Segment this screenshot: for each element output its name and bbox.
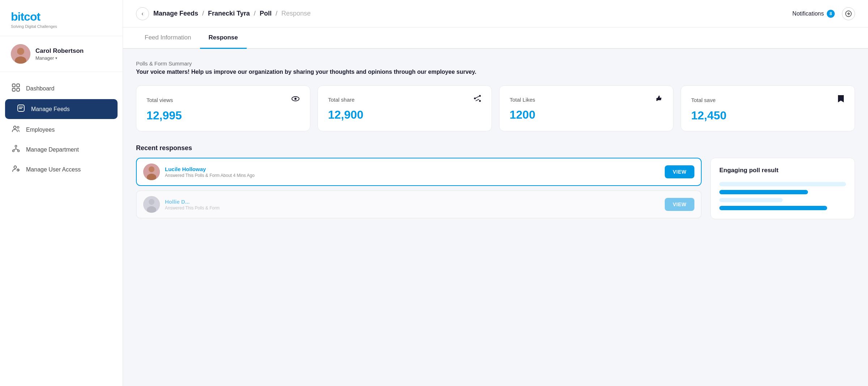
sidebar-item-label: Manage Feeds <box>31 106 70 113</box>
response-avatar-1 <box>143 164 160 180</box>
sidebar-item-dashboard[interactable]: Dashboard <box>0 79 123 98</box>
responses-grid: Lucile Holloway Answered This Polls & Fo… <box>136 158 855 219</box>
topbar: ‹ Manage Feeds / Franecki Tyra / Poll / … <box>123 0 868 27</box>
stat-label-likes: Total Likes <box>510 97 535 103</box>
topbar-left: ‹ Manage Feeds / Franecki Tyra / Poll / … <box>136 7 311 20</box>
response-name-2: Hollie D... <box>165 199 660 205</box>
tab-feed-information[interactable]: Feed Information <box>136 27 200 49</box>
nav-section: Dashboard Manage Feeds Employees Manage … <box>0 72 123 379</box>
stat-card-views: Total views 12,995 <box>136 85 310 131</box>
svg-point-22 <box>149 166 154 172</box>
logo-highlight: cot <box>24 10 40 23</box>
logo-tagline: Solving Digital Challenges <box>11 24 112 29</box>
svg-point-19 <box>474 98 476 99</box>
svg-point-13 <box>14 166 17 169</box>
polls-summary-desc: Your voice matters! Help us improve our … <box>136 69 855 75</box>
svg-point-17 <box>294 98 297 100</box>
logo: bitcot <box>11 10 112 24</box>
sidebar-item-label: Employees <box>26 127 55 133</box>
poll-result-chart <box>719 182 846 210</box>
svg-point-8 <box>14 126 16 129</box>
views-icon <box>291 94 300 105</box>
save-icon <box>837 94 844 105</box>
notifications-badge: 8 <box>827 10 835 18</box>
notifications-button[interactable]: Notifications 8 <box>792 10 835 18</box>
sidebar-item-manage-department[interactable]: Manage Department <box>0 140 123 160</box>
stat-value-share: 12,900 <box>328 108 481 122</box>
breadcrumb-part-2: Franecki Tyra <box>208 10 250 17</box>
user-area: Carol Robertson Manager ▾ <box>0 36 123 72</box>
page-content: Polls & Form Summary Your voice matters!… <box>123 49 868 231</box>
stat-label-views: Total views <box>146 97 173 103</box>
svg-point-9 <box>17 127 19 128</box>
breadcrumb-sep-2: / <box>254 10 256 17</box>
sidebar-item-label: Manage Department <box>26 147 79 153</box>
logout-button[interactable] <box>842 7 855 20</box>
svg-point-11 <box>13 150 14 152</box>
sidebar-item-label: Dashboard <box>26 85 54 92</box>
response-avatar-2 <box>143 196 160 213</box>
stat-label-save: Total save <box>691 97 716 103</box>
user-role[interactable]: Manager ▾ <box>35 55 84 61</box>
svg-point-10 <box>15 145 17 147</box>
recent-responses-title: Recent responses <box>136 144 855 152</box>
stats-row: Total views 12,995 Total share <box>136 85 855 131</box>
stat-value-views: 12,995 <box>146 109 300 122</box>
svg-point-25 <box>149 199 154 205</box>
response-sub-2: Answered This Polls & Form <box>165 205 660 211</box>
stat-card-likes: Total Likes 1200 <box>499 85 673 131</box>
dashboard-icon <box>11 84 21 93</box>
employees-icon <box>11 125 21 135</box>
view-button-1[interactable]: VIEW <box>665 165 694 178</box>
logo-brand: bit <box>11 10 24 23</box>
share-icon <box>473 94 481 105</box>
response-info-2: Hollie D... Answered This Polls & Form <box>165 199 660 211</box>
topbar-right: Notifications 8 <box>792 7 855 20</box>
user-info: Carol Robertson Manager ▾ <box>35 47 84 61</box>
stat-card-share: Total share 12,900 <box>318 85 492 131</box>
main-content: ‹ Manage Feeds / Franecki Tyra / Poll / … <box>123 0 868 386</box>
response-card-2: Hollie D... Answered This Polls & Form V… <box>136 190 702 219</box>
user-name: Carol Robertson <box>35 47 84 55</box>
manage-department-icon <box>11 145 21 154</box>
svg-rect-4 <box>17 84 20 87</box>
stat-value-save: 12,450 <box>691 109 844 122</box>
svg-rect-7 <box>18 105 24 111</box>
sidebar-item-manage-feeds[interactable]: Manage Feeds <box>5 99 118 119</box>
responses-list: Lucile Holloway Answered This Polls & Fo… <box>136 158 702 219</box>
svg-point-12 <box>18 150 20 152</box>
role-chevron-icon: ▾ <box>55 56 57 60</box>
breadcrumb-part-3: Poll <box>260 10 272 17</box>
manage-feeds-icon <box>16 104 26 114</box>
sidebar-item-manage-user-access[interactable]: Manage User Access <box>0 160 123 179</box>
avatar <box>11 44 30 64</box>
response-card: Lucile Holloway Answered This Polls & Fo… <box>136 158 702 186</box>
breadcrumb-current: Response <box>281 10 311 17</box>
stat-value-likes: 1200 <box>510 108 663 122</box>
svg-rect-6 <box>17 88 20 91</box>
svg-rect-5 <box>12 88 15 91</box>
likes-icon <box>655 94 663 105</box>
sidebar: bitcot Solving Digital Challenges Carol … <box>0 0 123 386</box>
sidebar-item-employees[interactable]: Employees <box>0 120 123 140</box>
polls-summary-label: Polls & Form Summary <box>136 60 855 67</box>
response-name-1: Lucile Holloway <box>165 166 660 172</box>
svg-point-20 <box>479 100 481 102</box>
svg-point-1 <box>17 48 24 55</box>
response-info-1: Lucile Holloway Answered This Polls & Fo… <box>165 166 660 178</box>
breadcrumb-part-1: Manage Feeds <box>153 10 198 17</box>
right-panel-title: Engaging poll result <box>719 167 846 174</box>
notifications-label: Notifications <box>792 10 824 17</box>
right-panel: Engaging poll result <box>710 158 855 219</box>
breadcrumb-sep-1: / <box>202 10 204 17</box>
view-button-2[interactable]: VIEW <box>665 198 694 211</box>
content-area: Polls & Form Summary Your voice matters!… <box>123 49 868 386</box>
breadcrumb-sep-3: / <box>276 10 277 17</box>
tabs-bar: Feed Information Response <box>123 27 868 49</box>
logo-area: bitcot Solving Digital Challenges <box>0 0 123 36</box>
stat-card-save: Total save 12,450 <box>681 85 855 131</box>
back-button[interactable]: ‹ <box>136 7 149 20</box>
svg-rect-3 <box>12 84 15 87</box>
tab-response[interactable]: Response <box>200 27 247 49</box>
stat-label-share: Total share <box>328 97 354 103</box>
